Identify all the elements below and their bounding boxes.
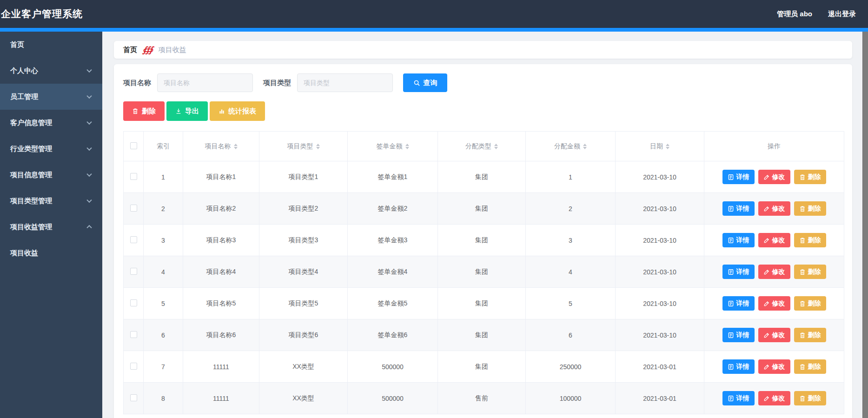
sort-carets-icon bbox=[405, 144, 409, 149]
pencil-icon bbox=[763, 395, 770, 402]
chevron-down-icon bbox=[86, 67, 92, 73]
document-icon bbox=[728, 300, 734, 307]
logout-link[interactable]: 退出登录 bbox=[828, 10, 856, 19]
table-header-4[interactable]: 分配类型 bbox=[438, 132, 526, 161]
breadcrumb-home[interactable]: 首页 bbox=[123, 46, 137, 54]
row-delete-button[interactable]: 删除 bbox=[794, 328, 826, 342]
table-header-3[interactable]: 签单金额 bbox=[348, 132, 438, 161]
row-checkbox[interactable] bbox=[130, 236, 137, 243]
row-checkbox[interactable] bbox=[130, 394, 137, 401]
row-edit-button[interactable]: 修改 bbox=[758, 265, 790, 279]
sidebar-item-5[interactable]: 项目信息管理 bbox=[0, 162, 102, 188]
row-delete-button[interactable]: 删除 bbox=[794, 359, 826, 374]
project-name-input[interactable] bbox=[157, 73, 253, 92]
trash-icon bbox=[799, 300, 806, 307]
sidebar-item-1[interactable]: 个人中心 bbox=[0, 58, 102, 84]
cell-alloc_type: 集团 bbox=[438, 319, 526, 351]
table-body: 1项目名称1项目类型1签单金额1集团12021-03-10详情修改删除2项目名称… bbox=[124, 161, 844, 414]
table-row: 6项目名称6项目类型6签单金额6集团62021-03-10详情修改删除 bbox=[124, 319, 844, 351]
export-button[interactable]: 导出 bbox=[166, 101, 208, 121]
project-type-input[interactable] bbox=[297, 73, 393, 92]
row-delete-button[interactable]: 删除 bbox=[794, 201, 826, 216]
pencil-icon bbox=[763, 237, 770, 244]
row-edit-button[interactable]: 修改 bbox=[758, 359, 790, 374]
row-edit-button[interactable]: 修改 bbox=[758, 328, 790, 342]
sidebar-item-4[interactable]: 行业类型管理 bbox=[0, 136, 102, 162]
sidebar-item-3[interactable]: 客户信息管理 bbox=[0, 110, 102, 136]
table-header-6[interactable]: 日期 bbox=[616, 132, 704, 161]
cell-alloc_amount: 250000 bbox=[526, 351, 616, 383]
row-detail-button[interactable]: 详情 bbox=[722, 233, 755, 247]
table-header-2[interactable]: 项目类型 bbox=[259, 132, 348, 161]
row-edit-button[interactable]: 修改 bbox=[758, 201, 790, 216]
cell-index: 5 bbox=[144, 288, 183, 319]
table-row: 1项目名称1项目类型1签单金额1集团12021-03-10详情修改删除 bbox=[124, 161, 844, 193]
row-edit-button[interactable]: 修改 bbox=[758, 296, 790, 311]
row-edit-button[interactable]: 修改 bbox=[758, 391, 790, 405]
cell-actions: 详情修改删除 bbox=[704, 256, 844, 288]
pencil-icon bbox=[763, 364, 770, 370]
table-header-7: 操作 bbox=[704, 132, 844, 161]
pencil-icon bbox=[763, 269, 770, 275]
cell-alloc_type: 集团 bbox=[438, 351, 526, 383]
sidebar-item-0[interactable]: 首页 bbox=[0, 32, 102, 58]
row-checkbox[interactable] bbox=[130, 331, 137, 338]
delete-button[interactable]: 删除 bbox=[123, 101, 165, 121]
row-detail-button[interactable]: 详情 bbox=[722, 170, 755, 184]
query-button[interactable]: 查询 bbox=[403, 73, 447, 92]
report-button[interactable]: 统计报表 bbox=[210, 101, 265, 121]
document-icon bbox=[728, 364, 734, 370]
cell-amount: 签单金额1 bbox=[348, 161, 438, 193]
cell-type: XX类型 bbox=[259, 351, 348, 383]
row-edit-button[interactable]: 修改 bbox=[758, 233, 790, 247]
sidebar-item-label: 客户信息管理 bbox=[10, 119, 52, 127]
pencil-icon bbox=[763, 174, 770, 180]
sidebar-item-8[interactable]: 项目收益 bbox=[0, 240, 102, 266]
row-checkbox[interactable] bbox=[130, 299, 137, 306]
cell-alloc_amount: 100000 bbox=[526, 383, 616, 414]
table-header-5[interactable]: 分配金额 bbox=[526, 132, 616, 161]
row-detail-button[interactable]: 详情 bbox=[722, 391, 755, 405]
cell-index: 3 bbox=[144, 225, 183, 256]
row-delete-button[interactable]: 删除 bbox=[794, 296, 826, 311]
row-detail-button[interactable]: 详情 bbox=[722, 296, 755, 311]
trash-icon bbox=[132, 108, 139, 114]
cell-date: 2021-03-01 bbox=[616, 383, 704, 414]
sidebar-item-6[interactable]: 项目类型管理 bbox=[0, 188, 102, 214]
cell-alloc_type: 集团 bbox=[438, 225, 526, 256]
row-delete-button[interactable]: 删除 bbox=[794, 233, 826, 247]
breadcrumb-separator-icon: ∰ bbox=[142, 45, 153, 55]
row-detail-button[interactable]: 详情 bbox=[722, 265, 755, 279]
table-row: 4项目名称4项目类型4签单金额4集团42021-03-10详情修改删除 bbox=[124, 256, 844, 288]
table-header-0: 索引 bbox=[144, 132, 183, 161]
row-checkbox[interactable] bbox=[130, 268, 137, 275]
vertical-scrollbar[interactable] bbox=[862, 32, 868, 418]
main-panel: 项目名称 项目类型 查询 bbox=[114, 64, 852, 418]
sort-carets-icon bbox=[583, 144, 587, 149]
row-checkbox[interactable] bbox=[130, 363, 137, 370]
cell-name: 项目名称5 bbox=[183, 288, 259, 319]
row-edit-button[interactable]: 修改 bbox=[758, 170, 790, 184]
sidebar-item-7[interactable]: 项目收益管理 bbox=[0, 214, 102, 240]
document-icon bbox=[728, 269, 734, 275]
document-icon bbox=[728, 237, 734, 244]
sort-carets-icon bbox=[494, 144, 498, 149]
cell-actions: 详情修改删除 bbox=[704, 225, 844, 256]
row-delete-button[interactable]: 删除 bbox=[794, 265, 826, 279]
topbar-right: 管理员 abo 退出登录 bbox=[777, 10, 856, 19]
cell-name: 项目名称6 bbox=[183, 319, 259, 351]
sidebar-item-2[interactable]: 员工管理 bbox=[0, 84, 102, 110]
row-detail-button[interactable]: 详情 bbox=[722, 359, 755, 374]
select-all-checkbox[interactable] bbox=[130, 142, 137, 149]
download-icon bbox=[175, 108, 182, 114]
trash-icon bbox=[799, 237, 806, 244]
table-header-checkbox-cell bbox=[124, 132, 144, 161]
row-delete-button[interactable]: 删除 bbox=[794, 170, 826, 184]
row-delete-button[interactable]: 删除 bbox=[794, 391, 826, 405]
row-detail-button[interactable]: 详情 bbox=[722, 328, 755, 342]
row-checkbox[interactable] bbox=[130, 205, 137, 212]
cell-alloc_type: 售前 bbox=[438, 383, 526, 414]
row-checkbox[interactable] bbox=[130, 173, 137, 180]
table-header-1[interactable]: 项目名称 bbox=[183, 132, 259, 161]
row-detail-button[interactable]: 详情 bbox=[722, 201, 755, 216]
